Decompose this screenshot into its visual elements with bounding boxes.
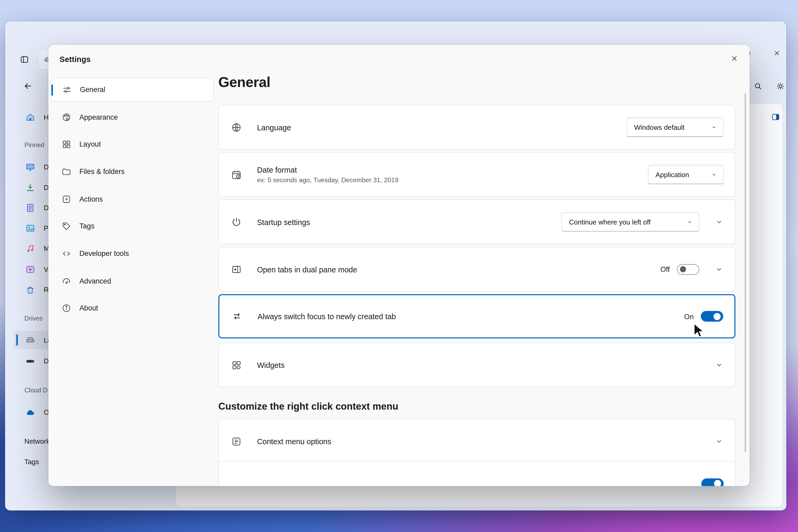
drive-icon bbox=[25, 335, 35, 345]
toggle-knob bbox=[714, 480, 721, 486]
sidebar-section-pinned: Pinned bbox=[24, 141, 44, 149]
page-title: General bbox=[218, 74, 270, 91]
videos-icon bbox=[25, 264, 35, 274]
nav-label: General bbox=[80, 86, 105, 94]
sidebar-section-drives: Drives bbox=[24, 315, 42, 322]
dual-pane-toggle[interactable] bbox=[677, 264, 699, 274]
search-icon bbox=[754, 82, 762, 91]
expand-chevron-icon[interactable] bbox=[715, 437, 723, 445]
setting-label: Always switch focus to newly created tab bbox=[258, 312, 396, 321]
nav-label: Actions bbox=[79, 195, 103, 203]
setting-row-language: Language Windows default bbox=[218, 105, 736, 150]
close-icon bbox=[773, 50, 780, 56]
back-arrow-icon bbox=[23, 81, 33, 91]
downloads-icon bbox=[25, 183, 35, 192]
setting-description: ex: 5 seconds ago, Tuesday, December 31,… bbox=[257, 176, 398, 184]
calendar-clock-icon bbox=[231, 169, 242, 180]
home-icon bbox=[25, 112, 35, 122]
setting-row-switch-focus[interactable]: Always switch focus to newly created tab… bbox=[218, 294, 736, 338]
settings-nav-files-folders[interactable]: Files & folders bbox=[51, 160, 214, 183]
grid-icon bbox=[62, 139, 71, 149]
slim-drive-icon bbox=[25, 356, 35, 365]
nav-label: Developer tools bbox=[79, 249, 129, 258]
column-divider bbox=[762, 110, 762, 497]
settings-nav-actions[interactable]: Actions bbox=[51, 187, 214, 211]
sidebar-toggle-button[interactable] bbox=[17, 53, 32, 66]
settings-gear-button[interactable] bbox=[773, 79, 786, 93]
expand-chevron-icon[interactable] bbox=[715, 361, 723, 369]
nav-label: Advanced bbox=[79, 277, 111, 285]
info-icon bbox=[62, 303, 71, 312]
dialog-scrollbar[interactable] bbox=[744, 93, 746, 452]
context-menu-icon bbox=[231, 436, 242, 446]
sidebar-item-network[interactable]: Network bbox=[24, 438, 50, 445]
settings-nav-general[interactable]: General bbox=[51, 78, 214, 101]
swap-arrows-icon bbox=[232, 311, 242, 322]
actions-icon bbox=[62, 194, 71, 204]
setting-row-context-menu[interactable]: Context menu options bbox=[218, 419, 736, 464]
setting-label: Widgets bbox=[257, 361, 285, 369]
power-icon bbox=[231, 216, 242, 227]
toggle-knob bbox=[714, 313, 721, 320]
nav-label: Files & folders bbox=[79, 167, 125, 175]
nav-label: Appearance bbox=[79, 113, 118, 121]
settings-nav-tags[interactable]: Tags bbox=[51, 214, 214, 238]
window-close-button[interactable] bbox=[765, 44, 786, 62]
sidebar-toggle-icon bbox=[20, 55, 29, 64]
nav-label: Tags bbox=[79, 222, 94, 230]
folder-icon bbox=[62, 167, 71, 176]
setting-row-startup[interactable]: Startup settings Continue where you left… bbox=[218, 200, 736, 244]
settings-nav-appearance[interactable]: Appearance bbox=[51, 105, 214, 129]
dialog-close-button[interactable] bbox=[725, 50, 743, 67]
partial-row-toggle[interactable] bbox=[701, 478, 724, 486]
setting-row-dual-pane[interactable]: Open tabs in dual pane mode Off bbox=[218, 247, 736, 291]
document-icon bbox=[25, 203, 35, 212]
recycle-bin-icon bbox=[25, 285, 35, 294]
chevron-down-icon bbox=[687, 219, 693, 225]
nav-label: About bbox=[79, 304, 98, 312]
setting-label: Context menu options bbox=[257, 437, 331, 446]
settings-nav-advanced[interactable]: Advanced bbox=[51, 269, 214, 292]
settings-nav-about[interactable]: About bbox=[51, 296, 214, 320]
search-button[interactable] bbox=[750, 79, 765, 93]
startup-dropdown[interactable]: Continue where you left off bbox=[561, 212, 699, 232]
date-format-dropdown[interactable]: Application bbox=[648, 165, 724, 184]
sidebar-item-tags[interactable]: Tags bbox=[24, 458, 39, 466]
chevron-down-icon bbox=[711, 172, 717, 178]
settings-dialog: Settings General Appearance Layout bbox=[49, 45, 750, 486]
music-icon bbox=[25, 244, 35, 253]
settings-nav-developer-tools[interactable]: Developer tools bbox=[51, 242, 214, 265]
expand-chevron-icon[interactable] bbox=[715, 218, 723, 226]
sidebar-section-cloud-drives: Cloud D bbox=[24, 387, 48, 394]
selection-accent-bar bbox=[51, 84, 53, 96]
setting-label: Language bbox=[257, 123, 291, 132]
switch-focus-toggle[interactable] bbox=[701, 311, 723, 322]
section-heading: Customize the right click context menu bbox=[218, 401, 398, 412]
language-dropdown[interactable]: Windows default bbox=[626, 118, 723, 137]
dropdown-value: Windows default bbox=[634, 124, 685, 131]
setting-row-widgets[interactable]: Widgets bbox=[218, 343, 736, 387]
pictures-icon bbox=[25, 223, 35, 233]
code-icon bbox=[62, 249, 71, 258]
tag-icon bbox=[62, 221, 71, 231]
cloud-icon bbox=[25, 407, 35, 417]
screen: Local Disk (C:) bbox=[0, 0, 798, 532]
dual-pane-icon bbox=[231, 264, 242, 274]
toggle-state-label: On bbox=[684, 312, 694, 321]
mouse-cursor bbox=[693, 323, 704, 338]
dropdown-value: Continue where you left off bbox=[569, 218, 651, 226]
toggle-state-label: Off bbox=[661, 265, 670, 273]
setting-row-date-format: Date format ex: 5 seconds ago, Tuesday, … bbox=[218, 152, 736, 197]
chevron-down-icon bbox=[711, 124, 717, 130]
settings-nav-layout[interactable]: Layout bbox=[51, 132, 214, 156]
gear-icon bbox=[776, 82, 785, 91]
setting-label: Startup settings bbox=[257, 217, 310, 226]
back-button[interactable] bbox=[20, 79, 36, 93]
palette-icon bbox=[62, 112, 71, 122]
setting-label: Open tabs in dual pane mode bbox=[257, 265, 357, 274]
expand-chevron-icon[interactable] bbox=[715, 265, 723, 273]
preview-pane-toggle-button[interactable] bbox=[768, 110, 783, 124]
widgets-icon bbox=[231, 360, 242, 370]
sliders-icon bbox=[62, 85, 72, 94]
setting-row-partial[interactable] bbox=[218, 461, 736, 486]
